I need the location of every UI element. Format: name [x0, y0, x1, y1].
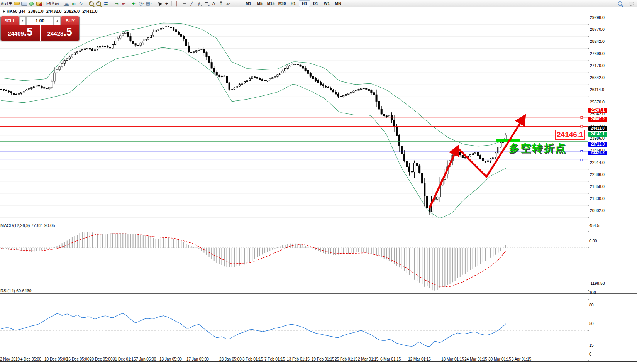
tab-timeframe-M1[interactable]: M1 [243, 0, 254, 7]
chart-shift-icon[interactable] [120, 0, 127, 7]
tab-timeframe-H1[interactable]: H1 [288, 0, 299, 7]
trendline-icon[interactable] [188, 0, 195, 7]
autotrading-icon[interactable] [35, 0, 42, 7]
chart-canvas[interactable] [0, 7, 637, 364]
candlestick-chart-icon[interactable] [70, 0, 77, 7]
tab-timeframe-MN[interactable]: MN [332, 0, 344, 7]
toolbar-separator [171, 1, 172, 6]
templates-icon[interactable] [145, 0, 152, 7]
auto-scroll-icon[interactable] [113, 0, 120, 7]
buy-button[interactable]: BUY [61, 16, 79, 25]
bar-chart-icon[interactable] [63, 0, 70, 7]
tab-timeframe-W1[interactable]: W1 [321, 0, 332, 7]
publish-chart-icon[interactable] [20, 0, 28, 7]
line-chart-icon[interactable] [77, 0, 85, 7]
chat-icon[interactable] [627, 0, 635, 7]
add-indicator-icon[interactable] [130, 0, 138, 7]
mt4-terminal-window: 新订单 自动交易 M1M5M15M30H1H4D1W1MN [0, 0, 637, 364]
horizontal-line-icon[interactable] [181, 0, 188, 7]
channel-icon[interactable] [195, 0, 203, 7]
timeframe-toolbar: M1M5M15M30H1H4D1W1MN [243, 0, 344, 7]
cursor-icon[interactable] [156, 0, 163, 7]
text-icon[interactable] [210, 0, 217, 7]
sell-price[interactable]: 24409.5 [1, 25, 40, 41]
tab-timeframe-M30[interactable]: M30 [276, 0, 288, 7]
toolbar-separator [129, 1, 129, 6]
text-label-icon[interactable] [217, 0, 225, 7]
vertical-line-icon[interactable] [173, 0, 181, 7]
toolbar-separator [154, 1, 154, 6]
sell-price-int: 24409 [8, 30, 24, 37]
signals-icon[interactable] [28, 0, 35, 7]
sell-button[interactable]: SELL [1, 16, 19, 25]
toolbar-separator [61, 1, 61, 6]
search-icon[interactable] [616, 0, 623, 7]
periods-icon[interactable] [138, 0, 145, 7]
volume-increase-button[interactable] [54, 16, 61, 25]
top-toolbar: 新订单 自动交易 M1M5M15M30H1H4D1W1MN [0, 0, 637, 7]
zoom-in-icon[interactable] [88, 0, 95, 7]
new-order-button[interactable]: 新订单 [0, 1, 13, 6]
toolbar-separator [86, 1, 86, 6]
volume-decrease-button[interactable] [19, 16, 26, 25]
tile-windows-icon[interactable] [102, 0, 110, 7]
sell-price-frac: .5 [24, 27, 33, 37]
tab-timeframe-D1[interactable]: D1 [310, 0, 321, 7]
zoom-out-icon[interactable] [95, 0, 102, 7]
buy-price-int: 24428 [47, 30, 64, 37]
toolbar-separator [111, 1, 112, 6]
gold-icon[interactable] [13, 0, 20, 7]
volume-input[interactable]: 1.00 [26, 16, 54, 25]
tab-timeframe-H4[interactable]: H4 [299, 0, 310, 7]
arrows-icon[interactable] [225, 0, 232, 7]
tab-timeframe-M5[interactable]: M5 [254, 0, 265, 7]
buy-price-frac: .5 [63, 27, 72, 37]
one-click-trading-panel[interactable]: SELL 1.00 BUY 24409.5 24428.5 [0, 16, 80, 41]
crosshair-icon[interactable] [163, 0, 170, 7]
fibonacci-icon[interactable] [203, 0, 210, 7]
autotrading-button[interactable]: 自动交易 [42, 1, 59, 6]
buy-price[interactable]: 24428.5 [41, 25, 80, 41]
tab-timeframe-M15[interactable]: M15 [265, 0, 276, 7]
